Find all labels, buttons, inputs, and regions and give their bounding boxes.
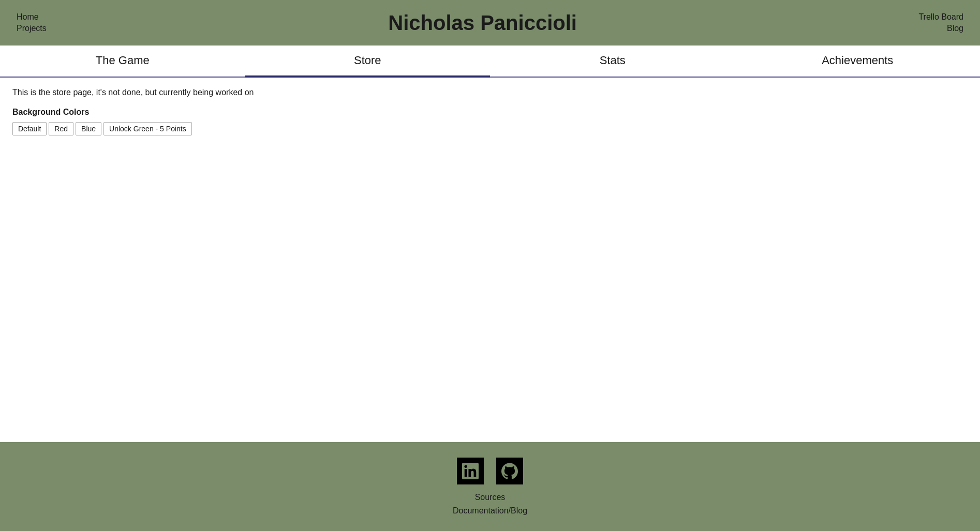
main-content: This is the store page, it's not done, b… (0, 78, 980, 442)
site-footer: Sources Documentation/Blog (0, 442, 980, 531)
tab-stats[interactable]: Stats (490, 45, 735, 78)
projects-link[interactable]: Projects (17, 24, 47, 33)
blog-link[interactable]: Blog (947, 24, 963, 33)
unlock-green-button[interactable]: Unlock Green - 5 Points (103, 122, 192, 135)
tab-the-game[interactable]: The Game (0, 45, 245, 78)
site-title: Nicholas Paniccioli (47, 11, 919, 35)
header-left-nav: Home Projects (17, 12, 47, 33)
tab-store[interactable]: Store (245, 45, 491, 78)
blue-color-button[interactable]: Blue (76, 122, 101, 135)
documentation-blog-link[interactable]: Documentation/Blog (453, 506, 527, 515)
trello-board-link[interactable]: Trello Board (918, 12, 963, 22)
github-icon[interactable] (496, 458, 523, 484)
default-color-button[interactable]: Default (12, 122, 47, 135)
tab-achievements[interactable]: Achievements (735, 45, 981, 78)
home-link[interactable]: Home (17, 12, 47, 22)
color-button-group: Default Red Blue Unlock Green - 5 Points (12, 122, 968, 135)
site-header: Home Projects Nicholas Paniccioli Trello… (0, 0, 980, 45)
linkedin-icon[interactable] (457, 458, 484, 484)
background-colors-title: Background Colors (12, 108, 968, 117)
sources-link[interactable]: Sources (475, 493, 506, 502)
main-nav: The Game Store Stats Achievements (0, 45, 980, 78)
footer-icons (457, 458, 523, 484)
red-color-button[interactable]: Red (49, 122, 73, 135)
header-right-nav: Trello Board Blog (918, 12, 963, 33)
store-description-text: This is the store page, it's not done, b… (12, 88, 968, 97)
footer-links: Sources Documentation/Blog (453, 493, 527, 515)
